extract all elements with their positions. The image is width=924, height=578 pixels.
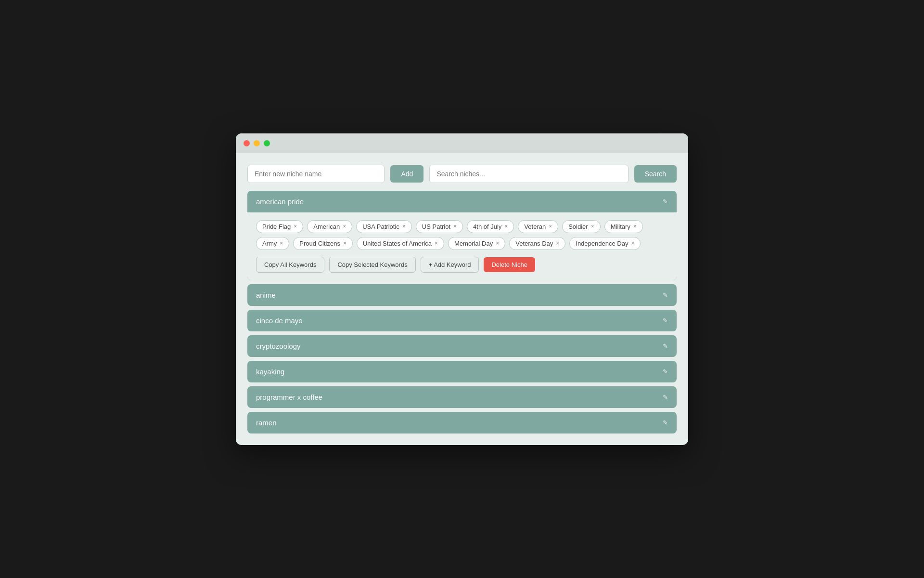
keyword-tag[interactable]: Army× (256, 237, 289, 250)
keyword-remove-icon[interactable]: × (591, 223, 594, 229)
top-bar: Add Search (247, 165, 677, 183)
keyword-tag[interactable]: US Patriot× (416, 220, 463, 233)
keyword-label: Army (262, 240, 277, 247)
niche-section-programmer-x-coffee: programmer x coffee✎ (247, 386, 677, 408)
niche-title-anime: anime (256, 291, 276, 299)
niche-title-cinco-de-mayo: cinco de mayo (256, 316, 303, 325)
keyword-tag[interactable]: Military× (604, 220, 643, 233)
edit-niche-icon-american-pride[interactable]: ✎ (663, 198, 668, 205)
copy-all-keywords-button[interactable]: Copy All Keywords (256, 257, 324, 273)
add-niche-button[interactable]: Add (390, 165, 424, 183)
keyword-label: Independence Day (576, 240, 628, 247)
copy-selected-keywords-button[interactable]: Copy Selected Keywords (329, 257, 415, 273)
keyword-remove-icon[interactable]: × (496, 240, 499, 246)
keyword-remove-icon[interactable]: × (549, 223, 552, 229)
keyword-remove-icon[interactable]: × (343, 223, 346, 229)
keyword-tag[interactable]: United States of America× (357, 237, 444, 250)
niche-section-cryptozoology: cryptozoology✎ (247, 335, 677, 357)
keyword-tag[interactable]: Pride Flag× (256, 220, 303, 233)
keyword-tag[interactable]: Proud Citizens× (293, 237, 353, 250)
keyword-tag[interactable]: Soldier× (562, 220, 600, 233)
main-content: Add Search american pride✎Pride Flag×Ame… (236, 153, 688, 445)
niche-section-kayaking: kayaking✎ (247, 361, 677, 382)
edit-niche-icon-programmer-x-coffee[interactable]: ✎ (663, 394, 668, 401)
actions-row: Copy All KeywordsCopy Selected Keywords+… (256, 257, 668, 273)
edit-niche-icon-ramen[interactable]: ✎ (663, 419, 668, 426)
search-button[interactable]: Search (634, 165, 677, 183)
niche-title-kayaking: kayaking (256, 368, 284, 376)
keyword-label: United States of America (363, 240, 432, 247)
niches-list: american pride✎Pride Flag×American×USA P… (247, 191, 677, 434)
niche-header-cryptozoology[interactable]: cryptozoology✎ (247, 335, 677, 357)
keyword-remove-icon[interactable]: × (402, 223, 406, 229)
keyword-tag[interactable]: USA Patriotic× (356, 220, 412, 233)
keyword-remove-icon[interactable]: × (631, 240, 634, 246)
keyword-label: Military (611, 223, 630, 230)
edit-niche-icon-cinco-de-mayo[interactable]: ✎ (663, 317, 668, 324)
keyword-tag[interactable]: Veteran× (518, 220, 558, 233)
keyword-remove-icon[interactable]: × (633, 223, 637, 229)
keyword-tag[interactable]: American× (307, 220, 352, 233)
keyword-tag[interactable]: Veterans Day× (509, 237, 565, 250)
add-keyword-button[interactable]: + Add Keyword (421, 257, 479, 273)
niche-header-cinco-de-mayo[interactable]: cinco de mayo✎ (247, 310, 677, 331)
keyword-label: American (313, 223, 340, 230)
niche-section-cinco-de-mayo: cinco de mayo✎ (247, 310, 677, 331)
titlebar (236, 133, 688, 153)
keyword-tag[interactable]: Memorial Day× (448, 237, 505, 250)
niche-title-programmer-x-coffee: programmer x coffee (256, 393, 322, 401)
app-window: Add Search american pride✎Pride Flag×Ame… (236, 133, 688, 445)
keyword-remove-icon[interactable]: × (280, 240, 283, 246)
niche-section-ramen: ramen✎ (247, 412, 677, 434)
minimize-button[interactable] (254, 140, 260, 146)
maximize-button[interactable] (264, 140, 270, 146)
keyword-label: USA Patriotic (362, 223, 399, 230)
keyword-label: Veterans Day (515, 240, 553, 247)
niche-section-anime: anime✎ (247, 284, 677, 306)
keywords-row: Pride Flag×American×USA Patriotic×US Pat… (256, 220, 668, 250)
edit-niche-icon-anime[interactable]: ✎ (663, 291, 668, 299)
close-button[interactable] (244, 140, 250, 146)
keyword-label: Veteran (524, 223, 546, 230)
niche-header-kayaking[interactable]: kayaking✎ (247, 361, 677, 382)
keyword-label: Memorial Day (454, 240, 493, 247)
keyword-label: 4th of July (473, 223, 501, 230)
edit-niche-icon-cryptozoology[interactable]: ✎ (663, 342, 668, 350)
niche-section-american-pride: american pride✎Pride Flag×American×USA P… (247, 191, 677, 280)
delete-niche-button[interactable]: Delete Niche (484, 257, 535, 272)
edit-niche-icon-kayaking[interactable]: ✎ (663, 368, 668, 375)
niche-title-cryptozoology: cryptozoology (256, 342, 301, 350)
niche-header-ramen[interactable]: ramen✎ (247, 412, 677, 434)
keyword-remove-icon[interactable]: × (343, 240, 346, 246)
niche-title-ramen: ramen (256, 419, 277, 427)
keyword-remove-icon[interactable]: × (435, 240, 438, 246)
niche-name-input[interactable] (247, 165, 385, 183)
search-niches-input[interactable] (429, 165, 628, 183)
niche-header-american-pride[interactable]: american pride✎ (247, 191, 677, 212)
keyword-remove-icon[interactable]: × (294, 223, 297, 229)
niche-header-programmer-x-coffee[interactable]: programmer x coffee✎ (247, 386, 677, 408)
keyword-label: Proud Citizens (299, 240, 340, 247)
keyword-remove-icon[interactable]: × (453, 223, 457, 229)
niche-body-american-pride: Pride Flag×American×USA Patriotic×US Pat… (247, 212, 677, 280)
keyword-remove-icon[interactable]: × (556, 240, 559, 246)
keyword-remove-icon[interactable]: × (504, 223, 508, 229)
niche-title-american-pride: american pride (256, 197, 304, 206)
keyword-tag[interactable]: Independence Day× (569, 237, 641, 250)
niche-header-anime[interactable]: anime✎ (247, 284, 677, 306)
keyword-label: Soldier (568, 223, 588, 230)
keyword-tag[interactable]: 4th of July× (467, 220, 514, 233)
keyword-label: US Patriot (422, 223, 450, 230)
keyword-label: Pride Flag (262, 223, 291, 230)
